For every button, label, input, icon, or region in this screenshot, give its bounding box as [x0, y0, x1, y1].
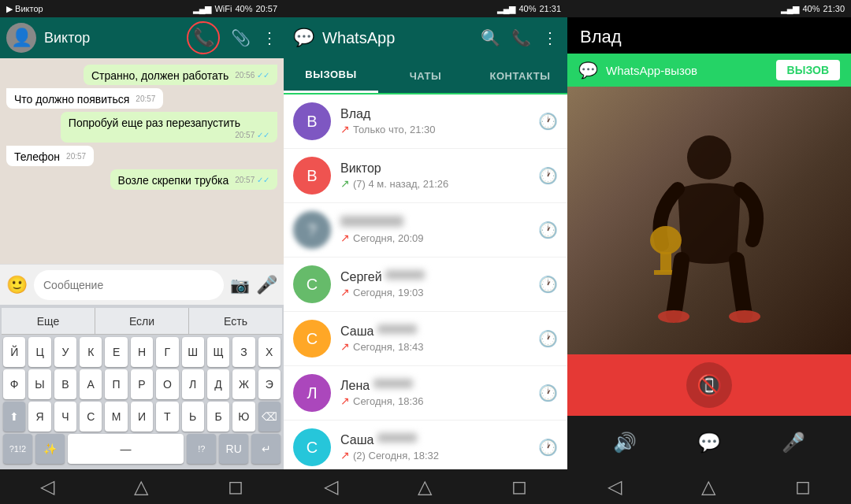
suggest-1[interactable]: Еще [2, 308, 95, 334]
call-detail: ↗ Сегодня, 19:03 [340, 286, 529, 298]
key-к[interactable]: К [80, 337, 102, 367]
call-recents-icon[interactable]: ◻ [795, 476, 811, 498]
key-э[interactable]: Э [258, 369, 281, 399]
camera-button[interactable]: 📷 [230, 276, 250, 295]
key-я[interactable]: Я [28, 402, 50, 432]
key-в[interactable]: В [54, 369, 76, 399]
call-screen-status-bar: ▂▄▆ 40% 21:30 [567, 0, 851, 17]
call-info-sergey: Сергей ↗ Сегодня, 19:03 [340, 270, 529, 298]
mute-icon: 🎤 [782, 432, 805, 454]
call-item-viktor[interactable]: В Виктор ↗ (7) 4 м. назад, 21:26 🕐 [284, 149, 567, 203]
key-б[interactable]: Б [207, 402, 229, 432]
call-info-icon[interactable]: 🕐 [538, 112, 558, 131]
message-button[interactable]: 💬 [692, 425, 727, 460]
attach-icon[interactable]: 📎 [231, 28, 251, 47]
key-ь[interactable]: Ь [182, 402, 204, 432]
call-info-icon[interactable]: 🕐 [538, 438, 558, 457]
key-у[interactable]: У [54, 337, 76, 367]
key-ю[interactable]: Ю [232, 402, 255, 432]
key-ш[interactable]: Ш [182, 337, 204, 367]
enter-key[interactable]: ↵ [251, 434, 281, 464]
mic-button[interactable]: 🎤 [256, 275, 277, 295]
space-key[interactable]: — [68, 434, 184, 464]
home-nav-icon[interactable]: △ [134, 476, 148, 498]
call-info-icon[interactable]: 🕐 [538, 220, 558, 239]
tab-calls[interactable]: ВЫЗОВЫ [284, 58, 378, 93]
key-г[interactable]: Г [156, 337, 178, 367]
message-text: Попробуй еще раз перезапустить [69, 117, 240, 129]
calls-back-icon[interactable]: ◁ [324, 476, 338, 498]
calls-home-icon[interactable]: △ [418, 476, 432, 498]
key-д[interactable]: Д [207, 369, 229, 399]
key-ц[interactable]: Ц [28, 337, 50, 367]
key-щ[interactable]: Щ [207, 337, 229, 367]
call-info-icon[interactable]: 🕐 [538, 275, 558, 294]
special-key[interactable]: ✨ [35, 434, 65, 464]
calls-recents-icon[interactable]: ◻ [511, 476, 527, 498]
call-item-blurred-1[interactable]: ? ↗ Сегодня, 20:09 🕐 [284, 203, 567, 258]
key-х[interactable]: Х [258, 337, 281, 367]
message-input[interactable] [34, 270, 224, 300]
key-з[interactable]: З [232, 337, 255, 367]
call-detail: ↗ Сегодня, 18:36 [340, 395, 529, 407]
call-name [340, 216, 529, 230]
new-call-icon[interactable]: 📞 [511, 28, 531, 47]
tab-contacts[interactable]: КОНТАКТЫ [473, 58, 567, 93]
numbers-key[interactable]: ?1!2 [3, 434, 32, 464]
tab-chats[interactable]: ЧАТЫ [378, 58, 473, 93]
key-т[interactable]: Т [156, 402, 178, 432]
key-л[interactable]: Л [182, 369, 204, 399]
key-с[interactable]: С [80, 402, 102, 432]
suggest-3[interactable]: Есть [189, 308, 282, 334]
call-info-icon[interactable]: 🕐 [538, 166, 558, 185]
call-item-sasha1[interactable]: С Саша ↗ Сегодня, 18:43 🕐 [284, 312, 567, 366]
call-home-icon[interactable]: △ [701, 476, 715, 498]
recents-nav-icon[interactable]: ◻ [228, 476, 243, 498]
key-й[interactable]: Й [3, 337, 25, 367]
punctuation-key[interactable]: !? [187, 434, 216, 464]
key-н[interactable]: Н [131, 337, 153, 367]
suggest-2[interactable]: Если [95, 308, 189, 334]
call-info-icon[interactable]: 🕐 [538, 329, 558, 348]
calls-nav-bar: ◁ △ ◻ [284, 469, 567, 504]
speaker-button[interactable]: 🔊 [608, 425, 642, 460]
contact-avatar[interactable]: 👤 [6, 23, 36, 53]
mute-button[interactable]: 🎤 [776, 425, 811, 460]
call-detail: ↗ (7) 4 м. назад, 21:26 [340, 177, 529, 190]
chat-status-left: ▶ Виктор [6, 4, 43, 14]
whatsapp-call-banner: 💬 WhatsApp-вызов ВЫЗОВ [567, 54, 851, 87]
language-key[interactable]: RU [219, 434, 248, 464]
call-item-sasha2[interactable]: С Саша ↗ (2) Сегодня, 18:32 🕐 [284, 421, 567, 469]
key-п[interactable]: П [105, 369, 127, 399]
call-item-sergey[interactable]: С Сергей ↗ Сегодня, 19:03 🕐 [284, 258, 567, 312]
emoji-button[interactable]: 🙂 [6, 275, 28, 295]
menu-icon[interactable]: ⋮ [262, 28, 277, 47]
calls-menu-icon[interactable]: ⋮ [542, 28, 558, 47]
whatsapp-call-button[interactable]: ВЫЗОВ [776, 60, 840, 80]
call-item-lena[interactable]: Л Лена ↗ Сегодня, 18:36 🕐 [284, 366, 567, 421]
call-item-vlad[interactable]: В Влад ↗ Только что, 21:30 🕐 [284, 94, 567, 149]
key-м[interactable]: М [105, 402, 127, 432]
backspace-key[interactable]: ⌫ [258, 402, 281, 432]
key-ч[interactable]: Ч [54, 402, 76, 432]
key-о[interactable]: О [156, 369, 178, 399]
key-ф[interactable]: Ф [3, 369, 25, 399]
call-back-icon[interactable]: ◁ [608, 476, 622, 498]
key-а[interactable]: А [80, 369, 102, 399]
search-icon[interactable]: 🔍 [481, 28, 500, 47]
call-screen-nav-bar: ◁ △ ◻ [567, 469, 851, 504]
key-ы[interactable]: Ы [28, 369, 50, 399]
outgoing-arrow-icon: ↗ [340, 395, 350, 407]
call-name: Сергей [340, 270, 529, 284]
back-nav-icon[interactable]: ◁ [40, 476, 54, 498]
key-е[interactable]: Е [105, 337, 127, 367]
call-info-icon[interactable]: 🕐 [538, 384, 558, 402]
shift-key[interactable]: ⬆ [3, 402, 25, 432]
svg-rect-2 [660, 252, 671, 272]
call-button[interactable]: 📞 [187, 21, 220, 54]
key-ж[interactable]: Ж [232, 369, 255, 399]
key-и[interactable]: И [131, 402, 153, 432]
key-р[interactable]: Р [131, 369, 153, 399]
call-screen-battery: 40% [802, 4, 819, 13]
end-call-button[interactable]: 📵 [686, 362, 732, 408]
